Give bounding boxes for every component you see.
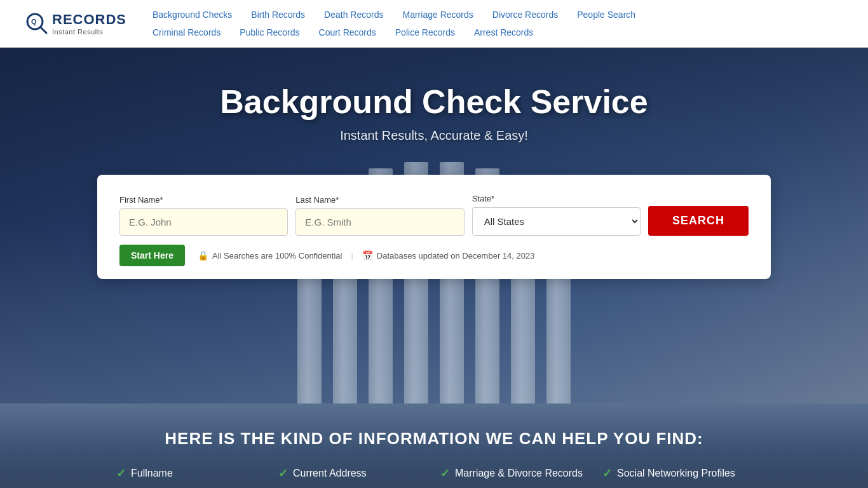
main-nav: Background ChecksBirth RecordsDeath Reco… [153,6,843,41]
state-select[interactable]: All StatesAlabamaAlaskaArizonaArkansasCa… [472,207,641,236]
lock-icon: 🔒 [198,250,208,261]
info-title: HERE IS THE KIND OF INFORMATION WE CAN H… [38,429,830,449]
calendar-icon: 📅 [362,250,373,261]
site-header: Q RECORDS Instant Results Background Che… [0,0,868,48]
logo-icon: Q [25,12,48,35]
nav-link[interactable]: Background Checks [153,10,232,20]
info-item: ✓Current Address [278,466,428,480]
logo-text: RECORDS Instant Results [52,11,126,36]
confidential-text: All Searches are 100% Confidential [212,251,342,261]
nav-link[interactable]: Public Records [240,27,299,37]
nav-link[interactable]: Marriage Records [403,10,473,20]
info-item-text: Current Address [293,468,367,479]
check-icon: ✓ [440,466,450,480]
nav-link[interactable]: Criminal Records [153,27,220,37]
nav-link[interactable]: Police Records [395,27,455,37]
svg-text:Q: Q [31,18,37,25]
check-icon: ✓ [278,466,288,480]
nav-link[interactable]: People Search [577,10,635,20]
last-name-group: Last Name* [295,195,464,236]
separator: | [351,251,353,261]
info-item-text: Social Networking Profiles [617,468,735,479]
info-item: ✓Marriage & Divorce Records [440,466,590,480]
nav-link[interactable]: Birth Records [251,10,305,20]
hero-section: Background Check Service Instant Results… [0,48,868,403]
info-item: ✓Social Networking Profiles [602,466,752,480]
info-grid: ✓Fullname✓Date of Birth✓Current Address✓… [116,466,752,488]
search-footer: Start Here 🔒 All Searches are 100% Confi… [119,245,749,266]
info-item-text: Fullname [131,468,173,479]
check-icon: ✓ [116,466,126,480]
info-item: ✓Fullname [116,466,266,480]
logo[interactable]: Q RECORDS Instant Results [25,11,127,36]
db-note-text: Databases updated on December 14, 2023 [377,251,535,261]
search-box: First Name* Last Name* State* All States… [97,175,771,279]
svg-line-1 [41,27,46,33]
nav-row-2: Criminal RecordsPublic RecordsCourt Reco… [153,24,843,41]
logo-title: RECORDS [52,11,126,28]
info-item-text: Marriage & Divorce Records [455,468,583,479]
start-here-button[interactable]: Start Here [119,245,185,266]
info-column: ✓Current Address✓Phone Numbers [278,466,428,488]
last-name-label: Last Name* [295,195,464,205]
nav-row-1: Background ChecksBirth RecordsDeath Reco… [153,6,843,24]
info-column: ✓Marriage & Divorce Records✓Criminal Rec… [440,466,590,488]
hero-subtitle: Instant Results, Accurate & Easy! [220,128,648,143]
last-name-input[interactable] [295,208,464,236]
search-button[interactable]: SEARCH [648,206,749,236]
confidential-note: 🔒 All Searches are 100% Confidential | 📅… [198,250,535,261]
info-section: HERE IS THE KIND OF INFORMATION WE CAN H… [0,403,868,488]
hero-title: Background Check Service [220,83,648,121]
state-label: State* [472,194,641,203]
nav-link[interactable]: Court Records [319,27,376,37]
check-icon: ✓ [602,466,612,480]
info-column: ✓Fullname✓Date of Birth [116,466,266,488]
info-column: ✓Social Networking Profiles✓And More... [602,466,752,488]
search-form: First Name* Last Name* State* All States… [119,194,749,236]
state-group: State* All StatesAlabamaAlaskaArizonaArk… [472,194,641,236]
hero-content: Background Check Service Instant Results… [207,48,660,175]
nav-link[interactable]: Divorce Records [492,10,558,20]
first-name-group: First Name* [119,195,288,236]
nav-link[interactable]: Death Records [324,10,383,20]
first-name-label: First Name* [119,195,288,205]
nav-link[interactable]: Arrest Records [474,27,533,37]
logo-subtitle: Instant Results [52,28,126,36]
first-name-input[interactable] [119,208,288,236]
